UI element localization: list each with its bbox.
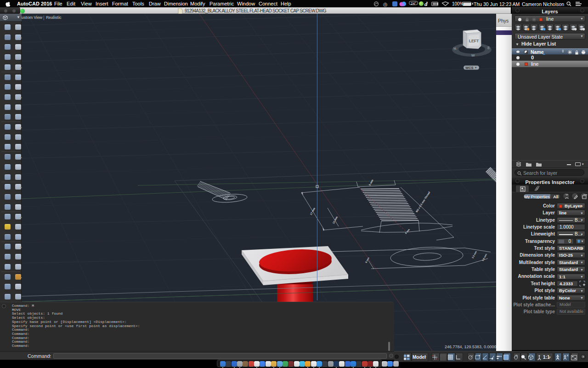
svg-text:|: |	[43, 15, 45, 20]
svg-text:WCS: WCS	[465, 66, 474, 70]
svg-text:M3 x 0.5 mm Thread: M3 x 0.5 mm Thread	[415, 191, 431, 213]
svg-text:▼: ▼	[475, 66, 477, 69]
svg-text:8 mm: 8 mm	[365, 257, 370, 264]
svg-text:5.6 mm: 5.6 mm	[481, 253, 488, 262]
svg-text:246.7784, 129.5383, 0.0000: 246.7784, 129.5383, 0.0000	[445, 345, 496, 349]
svg-text:W: W	[471, 53, 475, 58]
svg-text:5 mm: 5 mm	[368, 179, 374, 186]
svg-text:6 mm: 6 mm	[404, 228, 410, 234]
svg-text:Custom View: Custom View	[22, 15, 43, 20]
svg-text:Realistic: Realistic	[46, 15, 62, 20]
svg-text:2.2 mm: 2.2 mm	[471, 250, 478, 259]
svg-text:LEFT: LEFT	[469, 39, 479, 43]
